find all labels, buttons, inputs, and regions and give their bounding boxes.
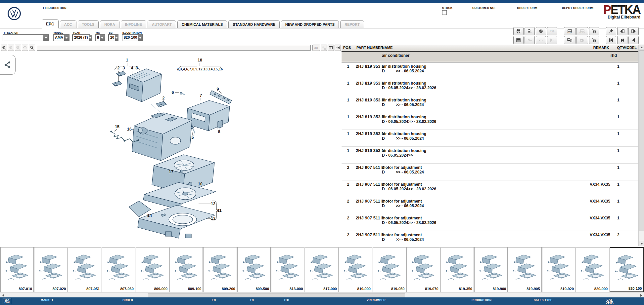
- cell-part-number[interactable]: 2HJ 819 353 L: [356, 81, 384, 86]
- zoom-region-icon[interactable]: [29, 45, 35, 51]
- part-callout[interactable]: 2,3,4,6,7,8,9,12,13,14,15,16: [177, 67, 223, 71]
- customer-no-label[interactable]: CUSTOMER NO.: [472, 6, 495, 10]
- mg-dropdown-icon[interactable]: [100, 35, 105, 41]
- col-pos[interactable]: POS: [343, 46, 351, 50]
- stock-checkbox[interactable]: [442, 10, 447, 15]
- illustration-thumbnail[interactable]: 819-000: [339, 247, 372, 292]
- nav-previous-button[interactable]: [617, 36, 627, 44]
- illustration-thumbnail[interactable]: 807-060: [102, 247, 135, 292]
- cell-part-number[interactable]: 2HJ 907 511 D: [356, 165, 385, 170]
- print-button[interactable]: [513, 27, 524, 35]
- order-form-label[interactable]: ORDER FORM: [517, 6, 537, 10]
- part-callout[interactable]: 14: [147, 213, 152, 218]
- part-callout[interactable]: 6: [172, 90, 174, 95]
- split-view-icon[interactable]: [328, 45, 334, 51]
- fi-search-value[interactable]: [3, 35, 43, 41]
- cell-part-number[interactable]: 2HJ 819 353 L: [356, 64, 384, 69]
- cart-full-button[interactable]: [589, 36, 599, 44]
- model-dropdown-icon[interactable]: [64, 35, 69, 41]
- illustration-thumbnail[interactable]: 809-000: [136, 247, 169, 292]
- tab[interactable]: NORA: [100, 20, 119, 28]
- sg-dropdown-icon[interactable]: [115, 35, 118, 41]
- cell-part-number[interactable]: 2HJ 819 353 P: [356, 114, 385, 119]
- viewer-search-input[interactable]: [37, 45, 311, 51]
- mg-combo[interactable]: 8: [95, 34, 105, 41]
- part-callout[interactable]: 1: [126, 58, 128, 62]
- fi-search-dropdown-icon[interactable]: [43, 35, 48, 41]
- illustration-thumbnail[interactable]: 807-051: [68, 247, 101, 292]
- sg-combo[interactable]: 20: [108, 34, 118, 41]
- nav-back-button[interactable]: [628, 36, 639, 44]
- illustration-thumbnail[interactable]: 820-100: [610, 247, 644, 292]
- table-row[interactable]: 2 2HJ 907 511 D motor for adjustment D >…: [342, 231, 638, 246]
- col-remark[interactable]: REMARK: [593, 46, 609, 50]
- collapse-panel-icon[interactable]: [335, 45, 341, 51]
- table-row[interactable]: 1 2HJ 819 353 P air distribution housing…: [342, 96, 638, 113]
- part-callout[interactable]: 10: [198, 182, 203, 186]
- share-button[interactable]: [0, 55, 16, 75]
- part-callout[interactable]: 8: [218, 130, 220, 134]
- table-row[interactable]: 2 2HJ 907 511 D motor for adjustment D -…: [342, 180, 638, 197]
- tab[interactable]: NEW AND DROPPED PARTS: [281, 20, 339, 28]
- next-document-button[interactable]: [628, 27, 639, 35]
- part-callout[interactable]: 18: [198, 58, 202, 62]
- part-inspect-button[interactable]: [525, 27, 535, 35]
- part-callout[interactable]: 7: [200, 93, 202, 98]
- thumb-scroll-right-button[interactable]: [639, 293, 643, 297]
- scroll-up-button[interactable]: [639, 45, 644, 50]
- illustration-thumbnail[interactable]: 819-920: [542, 247, 575, 292]
- col-model[interactable]: MODEL: [623, 46, 637, 50]
- pin-button[interactable]: [606, 27, 616, 35]
- zoom-in-icon[interactable]: [1, 45, 7, 51]
- cell-part-number[interactable]: 2HJ 907 511 D: [356, 182, 385, 187]
- model-combo[interactable]: AMA: [53, 34, 69, 41]
- table-row[interactable]: 1 2HJ 819 353 L air distribution housing…: [342, 79, 638, 96]
- part-callout[interactable]: 15: [115, 125, 119, 129]
- illustration-thumbnail[interactable]: 809-200: [203, 247, 237, 292]
- illustration-thumbnail[interactable]: 819-900: [474, 247, 508, 292]
- year-dropdown-icon[interactable]: [89, 35, 92, 41]
- tab[interactable]: TOOLS: [78, 20, 99, 28]
- table-scrollbar-thumb[interactable]: [639, 50, 644, 231]
- part-callout[interactable]: 16: [127, 127, 132, 132]
- part-callout[interactable]: 12: [211, 202, 215, 206]
- depot-order-form-label[interactable]: DEPOT ORDER FORM: [562, 6, 593, 10]
- illustration-thumbnail[interactable]: 807-020: [34, 247, 68, 292]
- illustration-thumbnail[interactable]: 819-070: [406, 247, 440, 292]
- part-callout[interactable]: 5: [192, 135, 194, 140]
- previous-document-button[interactable]: [617, 27, 627, 35]
- table-row[interactable]: 1 2HJ 819 353 P air distribution housing…: [342, 113, 638, 130]
- cell-part-number[interactable]: 2HJ 819 353 P: [356, 97, 385, 102]
- cell-part-number[interactable]: 2HJ 907 511 D: [356, 232, 385, 237]
- table-row[interactable]: 1 2HJ 819 353 N air distribution housing…: [342, 130, 638, 147]
- illustration-thumbnail[interactable]: 819-050: [373, 247, 406, 292]
- illustration-thumbnail[interactable]: 813-000: [271, 247, 304, 292]
- part-callout[interactable]: 2: [162, 96, 165, 100]
- illustration-dropdown-icon[interactable]: [138, 35, 142, 41]
- part-callout[interactable]: 17: [169, 170, 173, 174]
- cell-part-number[interactable]: 2HJ 907 511 D: [356, 215, 385, 220]
- table-row[interactable]: 2 2HJ 907 511 D motor for adjustment D >…: [342, 197, 638, 214]
- global-search-button[interactable]: [536, 27, 546, 35]
- col-part-number[interactable]: PART NUMBER: [356, 46, 383, 50]
- tab[interactable]: STANDARD HARDWARE: [228, 20, 280, 28]
- col-name[interactable]: NAME: [382, 46, 392, 50]
- elsa-button[interactable]: ELSA: [564, 27, 575, 35]
- illustration-thumbnail[interactable]: 809-100: [169, 247, 203, 292]
- part-callout[interactable]: 13: [211, 216, 215, 221]
- part-callout[interactable]: 2: [117, 66, 120, 70]
- table-row[interactable]: 2 2HJ 907 511 D motor for adjustment D -…: [342, 214, 638, 231]
- table-row[interactable]: 1 2HJ 819 353 N air distribution housing…: [342, 147, 638, 164]
- nav-first-button[interactable]: [606, 36, 616, 44]
- tab[interactable]: INFOLINE: [121, 20, 146, 28]
- illustration-viewer[interactable]: 12348182,3,4,6,7,8,9,12,13,14,15,1669721…: [0, 52, 341, 246]
- cell-part-number[interactable]: 2HJ 907 511 D: [356, 199, 385, 204]
- list-view-button[interactable]: [513, 36, 524, 44]
- table-scrollbar[interactable]: [638, 45, 644, 246]
- year-combo[interactable]: 2026 (T): [72, 34, 90, 41]
- illustration-combo[interactable]: 820-100: [122, 34, 143, 41]
- cell-part-number[interactable]: 2HJ 819 353 N: [356, 148, 385, 153]
- scroll-down-button[interactable]: [639, 241, 644, 246]
- table-row[interactable]: 2 2HJ 907 511 D motor for adjustment D >…: [342, 164, 638, 180]
- cell-part-number[interactable]: 2HJ 819 353 N: [356, 131, 385, 136]
